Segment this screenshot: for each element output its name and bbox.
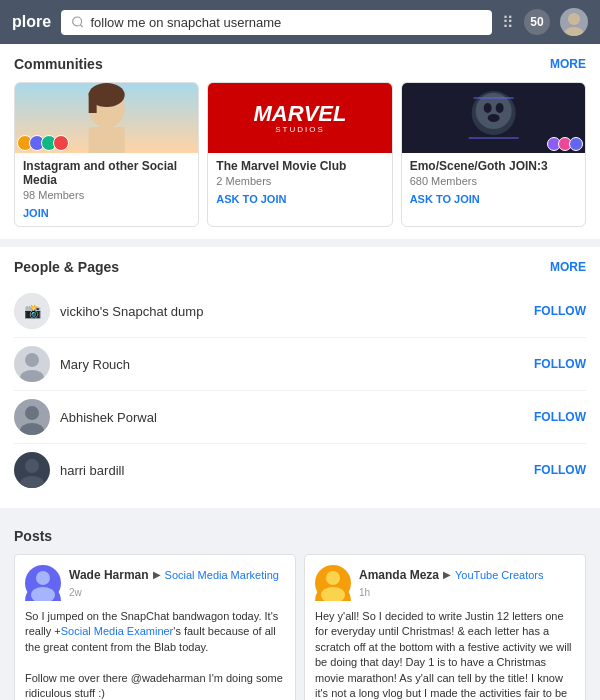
post-body-amanda: Hey y'all! So I decided to write Justin …	[315, 609, 575, 700]
app-logo: plore	[12, 13, 51, 31]
community-name-instagram: Instagram and other Social Media	[23, 159, 190, 187]
search-bar[interactable]	[61, 10, 492, 35]
community-image-instagram	[15, 83, 198, 153]
communities-title: Communities	[14, 56, 103, 72]
post-time-amanda: 1h	[359, 587, 370, 598]
svg-rect-6	[89, 127, 125, 153]
community-members-marvel: 2 Members	[216, 175, 383, 187]
community-image-emo	[402, 83, 585, 153]
post-avatar-amanda	[315, 565, 351, 601]
community-card-emo: Emo/Scene/Goth JOIN:3 680 Members ASK TO…	[401, 82, 586, 227]
follow-button-0[interactable]: FOLLOW	[534, 304, 586, 318]
svg-point-12	[483, 103, 491, 113]
marvel-sub-text: STUDIOS	[254, 125, 347, 134]
post-author-wade: Wade Harman	[69, 568, 149, 582]
post-card-1: Amanda Meza ▶ YouTube Creators 1h Hey y'…	[304, 554, 586, 700]
community-join-emo[interactable]: ASK TO JOIN	[410, 193, 480, 205]
svg-line-1	[80, 25, 82, 27]
header-icons: ⠿ 50	[502, 8, 588, 36]
follow-button-1[interactable]: FOLLOW	[534, 357, 586, 371]
person-row-3: harri bardill FOLLOW	[14, 444, 586, 496]
search-input[interactable]	[90, 15, 482, 30]
marvel-logo-text: MARVEL	[254, 103, 347, 125]
svg-point-23	[25, 459, 39, 473]
svg-point-26	[36, 571, 50, 585]
community-image-marvel: MARVEL STUDIOS	[208, 83, 391, 153]
community-members-emo: 680 Members	[410, 175, 577, 187]
person-row-2: Abhishek Porwal FOLLOW	[14, 391, 586, 444]
post-card-0: Wade Harman ▶ Social Media Marketing 2w …	[14, 554, 296, 700]
person-avatar-0: 📸	[14, 293, 50, 329]
community-info-marvel: The Marvel Movie Club 2 Members ASK TO J…	[208, 153, 391, 212]
post-link-wade[interactable]: Social Media Examiner	[61, 625, 174, 637]
posts-grid: Wade Harman ▶ Social Media Marketing 2w …	[14, 554, 586, 700]
people-header: People & Pages MORE	[14, 259, 586, 275]
posts-section: Posts Wade Harman ▶ Social Media Marketi…	[0, 516, 600, 700]
post-body-wade: So I jumped on the SnapChat bandwagon to…	[25, 609, 285, 700]
people-section: People & Pages MORE 📸 vickiho's Snapchat…	[0, 247, 600, 508]
svg-point-0	[73, 17, 82, 26]
community-card-instagram: Instagram and other Social Media 98 Memb…	[14, 82, 199, 227]
svg-point-29	[326, 571, 340, 585]
post-arrow-amanda: ▶	[443, 569, 451, 580]
people-title: People & Pages	[14, 259, 119, 275]
follow-button-3[interactable]: FOLLOW	[534, 463, 586, 477]
person-row-1: Mary Rouch FOLLOW	[14, 338, 586, 391]
svg-text:📸: 📸	[24, 303, 42, 320]
community-name-marvel: The Marvel Movie Club	[216, 159, 383, 173]
person-name-1: Mary Rouch	[60, 357, 534, 372]
community-card-marvel: MARVEL STUDIOS The Marvel Movie Club 2 M…	[207, 82, 392, 227]
svg-point-13	[495, 103, 503, 113]
post-community-wade[interactable]: Social Media Marketing	[165, 569, 279, 581]
person-name-0: vickiho's Snapchat dump	[60, 304, 534, 319]
communities-grid: Instagram and other Social Media 98 Memb…	[14, 82, 586, 227]
post-author-amanda: Amanda Meza	[359, 568, 439, 582]
community-join-instagram[interactable]: JOIN	[23, 207, 49, 219]
communities-section: Communities MORE	[0, 44, 600, 239]
post-meta-amanda: Amanda Meza ▶ YouTube Creators 1h	[359, 568, 575, 599]
post-header-0: Wade Harman ▶ Social Media Marketing 2w	[25, 565, 285, 601]
person-avatar-2	[14, 399, 50, 435]
svg-point-19	[25, 353, 39, 367]
community-members-instagram: 98 Members	[23, 189, 190, 201]
person-name-3: harri bardill	[60, 463, 534, 478]
posts-title: Posts	[14, 528, 586, 544]
svg-rect-8	[89, 93, 97, 113]
communities-header: Communities MORE	[14, 56, 586, 72]
communities-more[interactable]: MORE	[550, 57, 586, 71]
svg-point-14	[487, 114, 499, 122]
post-arrow-wade: ▶	[153, 569, 161, 580]
svg-point-21	[25, 406, 39, 420]
grid-icon[interactable]: ⠿	[502, 13, 514, 32]
post-community-amanda[interactable]: YouTube Creators	[455, 569, 543, 581]
svg-point-20	[20, 370, 44, 382]
header: plore ⠿ 50	[0, 0, 600, 44]
person-row-0: 📸 vickiho's Snapchat dump FOLLOW	[14, 285, 586, 338]
person-avatar-1	[14, 346, 50, 382]
search-icon	[71, 15, 84, 29]
svg-point-22	[20, 423, 44, 435]
svg-point-24	[20, 476, 44, 488]
community-info-emo: Emo/Scene/Goth JOIN:3 680 Members ASK TO…	[402, 153, 585, 212]
user-avatar[interactable]	[560, 8, 588, 36]
people-more[interactable]: MORE	[550, 260, 586, 274]
community-join-marvel[interactable]: ASK TO JOIN	[216, 193, 286, 205]
post-header-1: Amanda Meza ▶ YouTube Creators 1h	[315, 565, 575, 601]
post-time-wade: 2w	[69, 587, 82, 598]
follow-button-2[interactable]: FOLLOW	[534, 410, 586, 424]
svg-point-3	[564, 27, 584, 36]
main-content: Communities MORE	[0, 44, 600, 700]
notification-badge[interactable]: 50	[524, 9, 550, 35]
post-meta-wade: Wade Harman ▶ Social Media Marketing 2w	[69, 568, 285, 599]
community-name-emo: Emo/Scene/Goth JOIN:3	[410, 159, 577, 173]
post-avatar-wade	[25, 565, 61, 601]
person-avatar-3	[14, 452, 50, 488]
community-info-instagram: Instagram and other Social Media 98 Memb…	[15, 153, 198, 226]
svg-point-2	[568, 13, 580, 25]
person-name-2: Abhishek Porwal	[60, 410, 534, 425]
